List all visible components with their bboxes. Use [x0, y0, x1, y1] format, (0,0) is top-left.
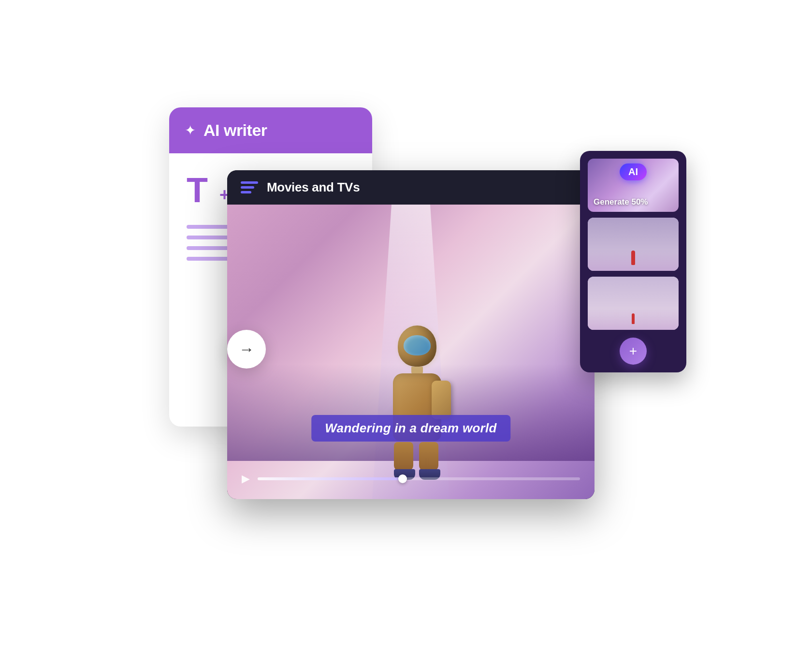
menu-line-2: [241, 186, 254, 189]
nav-arrow-button[interactable]: →: [227, 330, 266, 369]
progress-fill: [258, 477, 403, 480]
arrow-right-icon: →: [239, 340, 254, 358]
figure-red-2: [631, 251, 635, 265]
thumb-scene-2: [588, 218, 679, 271]
add-button[interactable]: +: [620, 338, 647, 365]
video-card: Movies and TVs: [227, 170, 594, 499]
astronaut-helmet: [398, 325, 436, 367]
video-content: Wandering in a dream world ▶: [227, 205, 594, 499]
thumbnail-3[interactable]: [588, 277, 679, 330]
backpack: [432, 381, 451, 419]
subtitle-text: Wandering in a dream world: [325, 421, 497, 435]
ai-generate-overlay: AI Generate 50%: [588, 159, 679, 212]
thumbnail-panel: AI Generate 50% +: [580, 151, 686, 372]
suit-leg-left: [394, 442, 413, 471]
add-icon: +: [629, 344, 637, 358]
menu-icon: [241, 181, 258, 194]
video-scene: Wandering in a dream world ▶: [227, 205, 594, 499]
progress-thumb[interactable]: [398, 474, 407, 483]
helmet-visor: [404, 335, 431, 355]
ai-badge: AI: [620, 163, 647, 180]
thumbnail-1[interactable]: AI Generate 50%: [588, 159, 679, 212]
play-button[interactable]: ▶: [242, 473, 250, 485]
subtitle-overlay: Wandering in a dream world: [311, 415, 510, 442]
progress-bar-area: ▶: [242, 473, 580, 485]
menu-line-1: [241, 181, 258, 184]
helmet-connector: [411, 367, 423, 373]
figure-red-3: [632, 313, 635, 324]
progress-track[interactable]: [258, 477, 580, 480]
ai-writer-header: ✦ AI writer: [169, 107, 372, 153]
main-scene: ✦ AI writer T + → Movie: [140, 83, 672, 567]
magic-wand-icon: ✦: [185, 122, 196, 138]
thumbnail-2[interactable]: [588, 218, 679, 271]
ai-writer-title: AI writer: [203, 121, 267, 140]
text-icon: T: [187, 173, 216, 207]
generate-text: Generate 50%: [594, 197, 648, 207]
menu-line-3: [241, 191, 251, 193]
video-title: Movies and TVs: [267, 180, 360, 195]
video-header: Movies and TVs: [227, 170, 594, 205]
thumb-scene-3: [588, 277, 679, 330]
suit-leg-right: [419, 442, 438, 471]
